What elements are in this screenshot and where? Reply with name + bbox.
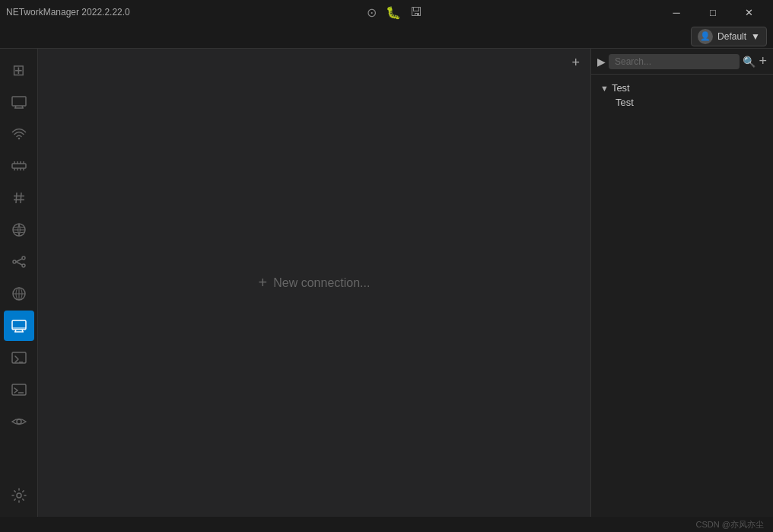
sidebar-item-hash[interactable] xyxy=(4,183,34,213)
svg-rect-4 xyxy=(12,164,26,168)
sidebar-item-powershell[interactable] xyxy=(4,342,34,373)
save-icon[interactable]: 🖫 xyxy=(409,4,424,21)
close-button[interactable]: ✕ xyxy=(732,0,767,24)
sidebar-item-dashboard[interactable]: ⊞ xyxy=(4,55,34,85)
right-panel: ▶ 🔍 + ▼ Test Test xyxy=(590,49,773,517)
svg-point-19 xyxy=(13,260,16,263)
sidebar-item-vpn[interactable] xyxy=(4,215,34,245)
footer-text: CSDN @亦风亦尘 xyxy=(696,519,764,530)
profile-label: Default xyxy=(717,31,746,42)
svg-point-37 xyxy=(17,419,21,424)
sidebar-item-settings[interactable] xyxy=(4,480,34,511)
main-layout: ⊞ xyxy=(0,49,773,517)
panel-add-button[interactable]: + xyxy=(759,53,767,69)
app-title: NETworkManager 2022.2.22.0 xyxy=(6,7,130,18)
tree-group-test[interactable]: ▼ Test xyxy=(591,81,773,95)
sidebar-item-connections[interactable] xyxy=(4,247,34,277)
panel-tree: ▼ Test Test xyxy=(591,75,773,517)
add-connection-button[interactable]: + xyxy=(567,53,584,72)
svg-line-14 xyxy=(21,193,21,203)
tree-group-label: Test xyxy=(612,82,630,94)
search-icon: 🔍 xyxy=(743,56,756,68)
svg-line-22 xyxy=(16,259,22,262)
sidebar-item-rdp[interactable] xyxy=(4,311,34,341)
svg-point-20 xyxy=(22,256,25,260)
titlebar-left: NETworkManager 2022.2.22.0 xyxy=(6,7,130,18)
svg-rect-35 xyxy=(12,384,26,395)
svg-point-38 xyxy=(17,493,21,498)
tree-chevron-icon: ▼ xyxy=(600,84,609,93)
content-toolbar: + xyxy=(561,49,590,77)
sidebar: ⊞ xyxy=(0,49,38,517)
maximize-button[interactable]: □ xyxy=(695,0,730,24)
titlebar-panel-icons: ⊙ 🐛 🖫 xyxy=(359,4,430,21)
profile-dropdown-arrow: ▼ xyxy=(751,31,760,42)
right-panel-header: ▶ 🔍 + xyxy=(591,49,773,75)
svg-point-21 xyxy=(22,264,25,267)
tree-item-test[interactable]: Test xyxy=(591,95,773,110)
sidebar-item-globe[interactable] xyxy=(4,279,34,309)
svg-rect-33 xyxy=(12,352,26,363)
sidebar-item-monitor[interactable] xyxy=(4,406,34,437)
svg-line-23 xyxy=(16,262,22,265)
github-icon[interactable]: ⊙ xyxy=(365,4,378,21)
sidebar-item-wifi[interactable] xyxy=(4,119,34,149)
sidebar-item-switch[interactable] xyxy=(4,151,34,181)
window-controls: ─ □ ✕ xyxy=(659,0,767,24)
menubar: 👤 Default ▼ xyxy=(0,24,773,49)
content-area: + + New connection... xyxy=(38,49,590,517)
minimize-button[interactable]: ─ xyxy=(659,0,694,24)
panel-search-input[interactable] xyxy=(609,54,740,69)
new-connection-button[interactable]: + New connection... xyxy=(243,265,386,301)
profile-icon: 👤 xyxy=(698,29,713,44)
sidebar-item-network[interactable] xyxy=(4,87,34,117)
bug-icon[interactable]: 🐛 xyxy=(384,4,402,21)
new-connection-label: New connection... xyxy=(273,276,370,290)
titlebar: NETworkManager 2022.2.22.0 ⊙ 🐛 🖫 ─ □ ✕ xyxy=(0,0,773,24)
svg-line-13 xyxy=(16,193,17,203)
profile-selector[interactable]: 👤 Default ▼ xyxy=(691,27,767,46)
footer: CSDN @亦风亦尘 xyxy=(0,517,773,532)
sidebar-item-terminal[interactable] xyxy=(4,374,34,405)
svg-rect-0 xyxy=(12,97,26,106)
new-connection-plus-icon: + xyxy=(259,274,268,291)
panel-expand-button[interactable]: ▶ xyxy=(597,56,606,68)
